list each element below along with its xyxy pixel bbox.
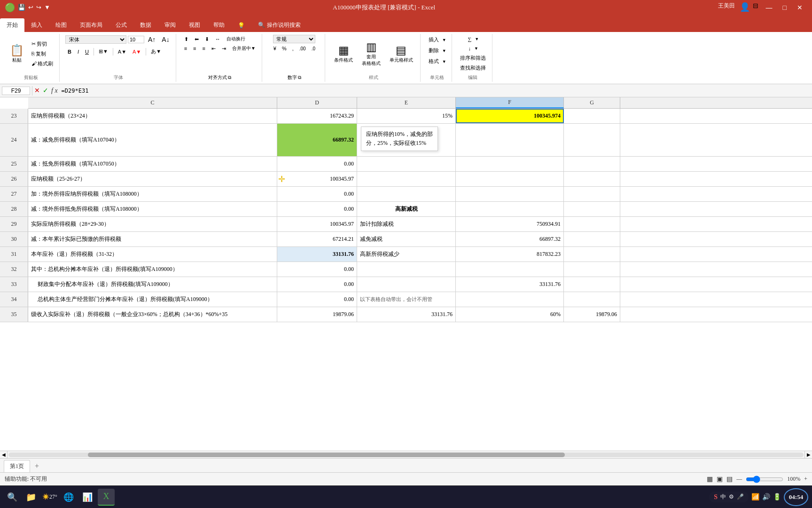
cell-d26[interactable]: ✛ 100345.97: [277, 172, 357, 186]
cell-f26[interactable]: [456, 172, 564, 186]
decrease-decimal-button[interactable]: .0: [309, 45, 318, 52]
bold-button[interactable]: B: [65, 48, 74, 56]
view-layout-button[interactable]: ▣: [717, 475, 723, 483]
delete-drop-button[interactable]: ▼: [441, 47, 448, 55]
cell-e27[interactable]: [357, 187, 456, 201]
cell-d24[interactable]: 66897.32: [277, 124, 357, 156]
currency-button[interactable]: ¥: [271, 45, 279, 52]
ribbon-tabs[interactable]: 开始 插入 绘图 页面布局 公式 数据 审阅 视图 帮助 💡 🔍 操作说明搜索: [0, 15, 812, 32]
align-center-button[interactable]: ≡: [191, 45, 198, 52]
volume-icon[interactable]: 🔊: [762, 493, 770, 501]
cell-e31[interactable]: 高新所得税减少: [357, 247, 456, 262]
copy-button[interactable]: ⎘ 复制: [29, 49, 55, 58]
increase-decimal-button[interactable]: .00: [297, 45, 308, 52]
row-number[interactable]: 33: [0, 277, 28, 292]
redo-icon[interactable]: ↪: [36, 4, 41, 11]
cell-f30[interactable]: 66897.32: [456, 232, 564, 246]
battery-icon[interactable]: 🔋: [773, 493, 781, 501]
cell-d23[interactable]: 167243.29: [277, 109, 357, 123]
tab-draw[interactable]: 绘图: [49, 18, 73, 32]
cell-d35[interactable]: 19879.06: [277, 307, 357, 322]
paste-button[interactable]: 📋 粘贴: [7, 41, 27, 66]
font-name-select[interactable]: 宋体: [65, 35, 126, 44]
cell-e23[interactable]: 15%: [357, 109, 456, 123]
cell-d34[interactable]: 0.00: [277, 292, 357, 307]
cell-g35[interactable]: 19879.06: [564, 307, 620, 322]
cell-d33[interactable]: 0.00: [277, 277, 357, 292]
sum-drop-button[interactable]: ▼: [474, 35, 480, 43]
tab-data[interactable]: 数据: [133, 18, 158, 32]
cell-g26[interactable]: [564, 172, 620, 186]
cell-f34[interactable]: [456, 292, 564, 307]
number-format-select[interactable]: 常规: [273, 35, 315, 43]
cell-f31[interactable]: 817832.23: [456, 247, 564, 262]
cell-g34[interactable]: [564, 292, 620, 307]
cell-c28[interactable]: 减：境外所得抵免所得税额（填写A108000）: [28, 202, 277, 216]
row-number[interactable]: 29: [0, 217, 28, 231]
cell-e35[interactable]: 33131.76: [357, 307, 456, 322]
cell-g25[interactable]: [564, 157, 620, 171]
row-number[interactable]: 27: [0, 187, 28, 201]
time-display[interactable]: 04:54: [784, 488, 808, 506]
cell-c26[interactable]: 应纳税额（25-26-27）: [28, 172, 277, 186]
scrollbar-left-arrow[interactable]: ◀: [0, 451, 8, 459]
cell-style-button[interactable]: ▤ 单元格样式: [386, 41, 416, 66]
horizontal-scrollbar-thumb[interactable]: [88, 452, 565, 457]
decrease-indent-button[interactable]: ⇤: [209, 45, 218, 53]
col-header-c[interactable]: C: [28, 97, 277, 108]
sheet-tab-page1[interactable]: 第1页: [4, 460, 30, 472]
cell-e33[interactable]: [357, 277, 456, 292]
cut-button[interactable]: ✂ 剪切: [29, 40, 55, 48]
tab-formula[interactable]: 公式: [109, 18, 133, 32]
format-painter-button[interactable]: 🖌 格式刷: [29, 59, 55, 68]
cell-c35[interactable]: 级收入实际应补（退）所得税额（一般企业33×60%；总机构（34+36）*60%…: [28, 307, 277, 322]
quick-access-toolbar[interactable]: 🟢 💾 ↩ ↪ ▼: [5, 2, 50, 13]
zoom-slider[interactable]: [746, 476, 783, 483]
row-number[interactable]: 23: [0, 109, 28, 123]
col-header-g[interactable]: G: [564, 97, 620, 108]
cell-f32[interactable]: [456, 262, 564, 277]
align-right-button[interactable]: ≡: [200, 45, 208, 52]
horizontal-scrollbar-track[interactable]: [8, 452, 804, 457]
window-controls[interactable]: 王美田 👤 ⊟ — □ ✕: [718, 2, 807, 13]
fill-drop-button[interactable]: ▼: [473, 45, 480, 52]
text-direction-button[interactable]: ↔: [213, 35, 223, 43]
cell-c30[interactable]: 减：本年累计实际已预缴的所得税额: [28, 232, 277, 246]
taskbar-files-button[interactable]: 📁: [23, 489, 39, 506]
decrease-font-button[interactable]: A↓: [159, 35, 172, 44]
view-normal-button[interactable]: ▦: [707, 475, 713, 483]
function-icon[interactable]: f x: [51, 87, 58, 95]
cell-g29[interactable]: [564, 217, 620, 231]
conditional-format-button[interactable]: ▦ 条件格式: [331, 41, 357, 66]
cell-d25[interactable]: 0.00: [277, 157, 357, 171]
restore-button[interactable]: □: [778, 2, 791, 13]
table-format-button[interactable]: ▥ 套用表格格式: [359, 38, 384, 70]
cell-g31[interactable]: [564, 247, 620, 262]
difficulty-icon[interactable]: ⊟: [753, 2, 758, 13]
cell-d28[interactable]: 0.00: [277, 202, 357, 216]
merge-center-button[interactable]: 合并居中▼: [230, 44, 258, 53]
cell-f23[interactable]: 100345.974: [456, 109, 564, 123]
row-number[interactable]: 35: [0, 307, 28, 322]
cell-g33[interactable]: [564, 277, 620, 292]
tab-light[interactable]: 💡: [231, 19, 251, 32]
row-number[interactable]: 28: [0, 202, 28, 216]
italic-button[interactable]: I: [75, 48, 81, 56]
percent-button[interactable]: %: [280, 45, 289, 52]
formula-input[interactable]: [60, 87, 810, 94]
cell-g24[interactable]: [564, 124, 620, 156]
row-number[interactable]: 25: [0, 157, 28, 171]
row-number[interactable]: 34: [0, 292, 28, 307]
fill-color-button[interactable]: A▼: [116, 48, 129, 56]
fill-main-button[interactable]: ↓: [466, 44, 474, 53]
network-icon[interactable]: 📶: [751, 493, 759, 501]
cell-c23[interactable]: 应纳所得税额（23×24）: [28, 109, 277, 123]
col-header-e[interactable]: E: [357, 97, 456, 108]
align-left-button[interactable]: ≡: [182, 45, 189, 52]
cell-f24[interactable]: [456, 124, 564, 156]
comma-button[interactable]: ,: [290, 45, 296, 52]
view-page-button[interactable]: ▤: [726, 475, 733, 483]
minimize-button[interactable]: —: [761, 2, 777, 13]
col-header-d[interactable]: D: [277, 97, 357, 108]
border-button[interactable]: ⊞▼: [96, 48, 110, 56]
